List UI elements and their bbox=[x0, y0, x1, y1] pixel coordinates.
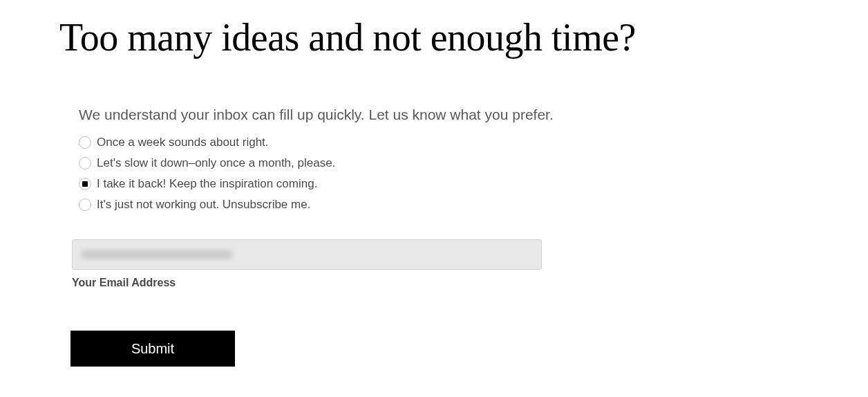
radio-option-weekly[interactable]: Once a week sounds about right. bbox=[79, 136, 868, 149]
radio-label: Let's slow it down–only once a month, pl… bbox=[97, 156, 335, 170]
radio-icon bbox=[79, 136, 91, 149]
form-content: We understand your inbox can fill up qui… bbox=[0, 59, 868, 367]
email-value-obscured bbox=[81, 250, 233, 259]
frequency-radio-group: Once a week sounds about right. Let's sl… bbox=[79, 136, 868, 212]
radio-option-monthly[interactable]: Let's slow it down–only once a month, pl… bbox=[79, 156, 868, 170]
submit-button[interactable]: Submit bbox=[70, 331, 235, 367]
radio-icon bbox=[79, 198, 91, 211]
radio-option-keep[interactable]: I take it back! Keep the inspiration com… bbox=[79, 177, 868, 191]
radio-label: I take it back! Keep the inspiration com… bbox=[97, 177, 317, 191]
page-title: Too many ideas and not enough time? bbox=[0, 0, 868, 59]
radio-label: Once a week sounds about right. bbox=[97, 136, 269, 149]
prompt-text: We understand your inbox can fill up qui… bbox=[79, 107, 868, 123]
email-input[interactable] bbox=[72, 239, 542, 270]
radio-icon bbox=[79, 157, 91, 169]
radio-icon bbox=[79, 178, 91, 190]
radio-label: It's just not working out. Unsubscribe m… bbox=[97, 198, 310, 212]
email-label: Your Email Address bbox=[72, 277, 868, 289]
radio-option-unsubscribe[interactable]: It's just not working out. Unsubscribe m… bbox=[79, 198, 868, 212]
